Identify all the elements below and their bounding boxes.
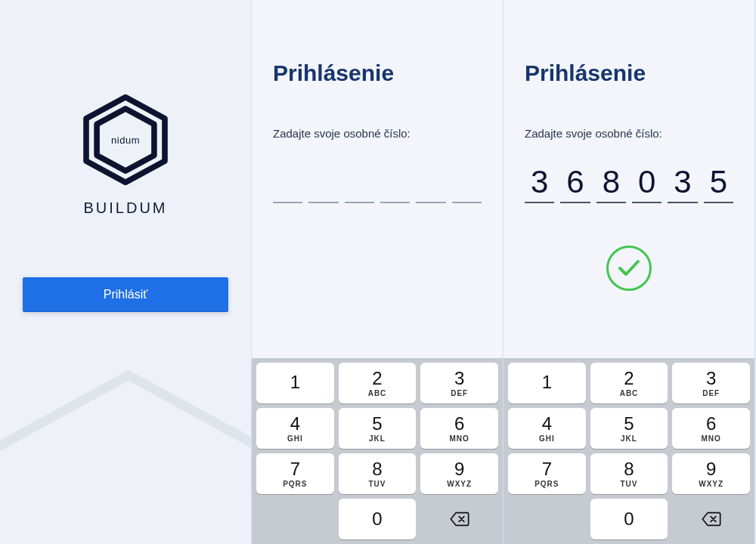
login-subtitle: Zadajte svoje osobné číslo: [525, 127, 733, 140]
keypad-blank [508, 499, 586, 539]
code-input-row[interactable] [273, 161, 482, 203]
login-title: Prihlásenie [525, 60, 733, 86]
keypad-key-9[interactable]: 9WXYZ [420, 453, 498, 494]
svg-marker-0 [0, 376, 252, 544]
code-digit-6[interactable]: 5 [704, 161, 733, 203]
background-hex-deco [0, 363, 252, 544]
success-indicator [525, 246, 733, 291]
backspace-icon [449, 512, 470, 527]
keypad-key-6[interactable]: 6MNO [420, 408, 498, 449]
keypad-key-5[interactable]: 5JKL [339, 408, 417, 449]
keypad-key-6[interactable]: 6MNO [672, 408, 750, 449]
keypad-backspace[interactable] [420, 499, 498, 539]
keypad-key-8[interactable]: 8TUV [339, 453, 417, 494]
code-digit-4[interactable]: 0 [632, 161, 662, 203]
keypad-key-3[interactable]: 3DEF [420, 363, 498, 403]
login-subtitle: Zadajte svoje osobné číslo: [273, 127, 482, 140]
code-digit-4[interactable] [380, 161, 410, 203]
login-panel-filled: Prihlásenie Zadajte svoje osobné číslo: … [503, 0, 755, 544]
keypad-key-2[interactable]: 2ABC [339, 363, 417, 403]
checkmark-icon [618, 259, 640, 277]
code-digit-6[interactable] [452, 161, 482, 203]
code-input-row[interactable]: 3 6 8 0 3 5 [525, 161, 733, 203]
code-digit-1[interactable] [273, 161, 302, 203]
brand-name: BUILDUM [83, 199, 167, 217]
nidum-hex-logo-icon: nidum [76, 91, 175, 189]
code-digit-2[interactable]: 6 [560, 161, 590, 203]
keypad-key-4[interactable]: 4GHI [508, 408, 586, 449]
keypad-key-4[interactable]: 4GHI [256, 408, 334, 449]
keypad-key-7[interactable]: 7PQRS [508, 453, 586, 494]
keypad-key-1[interactable]: 1 [256, 363, 334, 403]
keypad-key-5[interactable]: 5JKL [590, 408, 668, 449]
code-digit-2[interactable] [308, 161, 338, 203]
code-digit-5[interactable]: 3 [668, 161, 697, 203]
keypad-key-2[interactable]: 2ABC [590, 363, 668, 403]
keypad-backspace[interactable] [672, 499, 750, 539]
keypad-key-3[interactable]: 3DEF [672, 363, 750, 403]
code-digit-3[interactable] [345, 161, 374, 203]
keypad-key-7[interactable]: 7PQRS [256, 453, 334, 494]
code-digit-1[interactable]: 3 [525, 161, 554, 203]
keypad-key-0[interactable]: 0 [339, 499, 417, 539]
welcome-panel: nidum BUILDUM Prihlásiť [0, 0, 252, 544]
code-digit-5[interactable] [416, 161, 445, 203]
keypad-key-0[interactable]: 0 [590, 499, 668, 539]
keypad-key-9[interactable]: 9WXYZ [672, 453, 750, 494]
logo: nidum BUILDUM [76, 91, 175, 217]
code-digit-3[interactable]: 8 [596, 161, 626, 203]
logo-word: nidum [111, 134, 140, 146]
keypad-blank [256, 499, 334, 539]
login-panel-empty: Prihlásenie Zadajte svoje osobné číslo: … [252, 0, 503, 544]
numeric-keypad: 1 2ABC 3DEF 4GHI 5JKL 6MNO 7PQRS 8TUV 9W… [252, 358, 503, 544]
login-button[interactable]: Prihlásiť [23, 277, 228, 312]
checkmark-circle-icon [606, 246, 652, 291]
login-title: Prihlásenie [273, 60, 482, 86]
keypad-key-8[interactable]: 8TUV [590, 453, 668, 494]
backspace-icon [701, 512, 722, 527]
keypad-key-1[interactable]: 1 [508, 363, 586, 403]
numeric-keypad: 1 2ABC 3DEF 4GHI 5JKL 6MNO 7PQRS 8TUV 9W… [503, 358, 754, 544]
